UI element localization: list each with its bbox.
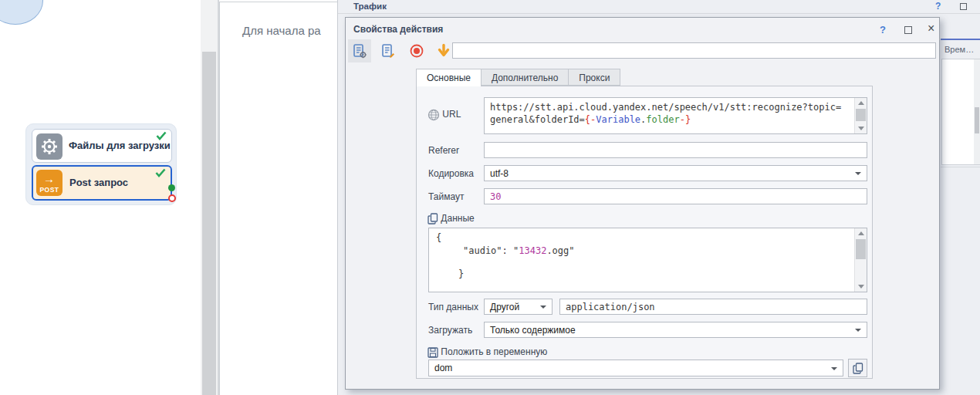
chevron-down-icon: [855, 172, 861, 175]
load-label: Загружать: [428, 325, 472, 336]
traffic-divider: [941, 167, 980, 167]
record-icon: [409, 43, 424, 59]
app-screen: Файлы для загрузки → POST Post запрос Дл…: [0, 0, 980, 395]
maximize-icon[interactable]: [904, 26, 912, 34]
tab-panel-main: URL https://stt.api.cloud.yandex.net/spe…: [416, 86, 873, 379]
putvar-combo[interactable]: dom: [428, 360, 843, 376]
output-port-success[interactable]: [168, 184, 175, 191]
referer-input[interactable]: [484, 142, 867, 158]
maximize-icon[interactable]: [960, 3, 967, 10]
node-label: Post запрос: [69, 177, 128, 188]
node-label: Файлы для загрузки: [69, 140, 171, 151]
datatype-select[interactable]: Другой: [484, 299, 553, 315]
tab-proksi[interactable]: Прокси: [569, 69, 620, 86]
data-line1: {: [436, 232, 441, 243]
copy-pages-icon: [427, 213, 438, 225]
success-check-icon: [155, 168, 166, 177]
output-port-error[interactable]: [168, 194, 176, 202]
action-edit-button[interactable]: [377, 39, 400, 62]
traffic-column-header: Врем…: [945, 45, 974, 54]
action-name-input[interactable]: [452, 42, 936, 59]
load-select[interactable]: Только содержимое: [484, 322, 867, 338]
chevron-down-icon: [540, 306, 546, 309]
data-line4: }: [458, 268, 464, 279]
gear-icon: [36, 133, 63, 160]
canvas-vertical-scrollbar[interactable]: [201, 0, 218, 395]
dialog-title: Свойства действия: [353, 24, 443, 35]
scroll-up-icon[interactable]: [855, 98, 867, 108]
flowchart-canvas[interactable]: Файлы для загрузки → POST Post запрос: [0, 0, 201, 395]
encoding-label: Кодировка: [428, 168, 474, 179]
dialog-toolbar: [346, 38, 939, 64]
post-badge: POST: [36, 186, 63, 194]
node-group: Файлы для загрузки → POST Post запрос: [25, 123, 177, 205]
url-line1: https://stt.api.cloud.yandex.net/speech/…: [490, 102, 841, 113]
save-floppy-icon: [427, 347, 438, 358]
download-arrow-icon: [436, 43, 451, 59]
content-type-input[interactable]: application/json: [559, 299, 867, 315]
data-scrollbar[interactable]: [854, 228, 867, 292]
traffic-request-list[interactable]: [941, 59, 980, 165]
url-label: URL: [442, 109, 461, 120]
scrollbar-thumb[interactable]: [856, 239, 866, 259]
tab-osnovnye[interactable]: Основные: [416, 69, 482, 86]
datatype-label: Тип данных: [428, 302, 478, 312]
action-settings-icon: [352, 43, 367, 59]
putvar-label: Положить в переменную: [441, 346, 547, 357]
scroll-down-icon[interactable]: [855, 123, 867, 133]
traffic-tab-indicator: [941, 39, 980, 40]
success-check-icon: [156, 131, 167, 140]
start-node-circle[interactable]: [0, 0, 43, 25]
traffic-list-scrollbar[interactable]: [974, 59, 980, 164]
help-icon[interactable]: ?: [935, 1, 941, 12]
help-icon[interactable]: ?: [880, 24, 886, 35]
traffic-window-title: Трафик: [353, 2, 387, 11]
record-button[interactable]: [405, 39, 428, 62]
scrollbar-thumb[interactable]: [202, 52, 216, 395]
url-scrollbar[interactable]: [854, 98, 867, 133]
action-edit-icon: [380, 43, 396, 59]
timeout-label: Таймаут: [428, 191, 464, 202]
url-label-group: URL: [427, 109, 461, 121]
scrollbar-thumb[interactable]: [975, 107, 979, 133]
data-label-group: Данные: [427, 213, 475, 225]
action-settings-button[interactable]: [348, 39, 371, 62]
url-line2: general&folderId={-Variable.folder-}: [490, 114, 691, 125]
traffic-titlebar: Трафик ?: [338, 0, 980, 14]
tab-dopolnitelno[interactable]: Дополнительно: [482, 69, 569, 86]
referer-label: Referer: [428, 145, 459, 156]
copy-pages-icon: [853, 363, 863, 374]
scroll-up-icon[interactable]: [855, 228, 867, 238]
node-files-upload[interactable]: Файлы для загрузки: [32, 129, 172, 163]
action-properties-dialog: Свойства действия ? ×: [345, 17, 940, 390]
encoding-select[interactable]: utf-8: [484, 165, 867, 181]
post-arrow-icon: → POST: [36, 170, 63, 196]
data-textarea[interactable]: { "audio": "13432.ogg" }: [428, 228, 867, 292]
getting-started-text: Для начала ра: [242, 24, 321, 37]
chevron-down-icon: [855, 329, 861, 332]
data-label: Данные: [441, 213, 474, 224]
dialog-tabs: Основные Дополнительно Прокси: [416, 69, 620, 86]
scroll-down-icon[interactable]: [855, 282, 867, 292]
putvar-label-group: Положить в переменную: [427, 346, 547, 358]
timeout-input[interactable]: 30: [484, 188, 867, 204]
chevron-down-icon: [831, 367, 837, 370]
data-line2: "audio": "13432.ogg": [463, 245, 575, 256]
node-post-request[interactable]: → POST Post запрос: [32, 165, 172, 201]
scrollbar-thumb[interactable]: [856, 109, 866, 121]
copy-variable-button[interactable]: [848, 359, 867, 377]
url-textarea[interactable]: https://stt.api.cloud.yandex.net/speech/…: [484, 97, 867, 134]
getting-started-panel: Для начала ра: [219, 2, 337, 395]
close-icon[interactable]: ×: [928, 22, 934, 35]
globe-icon: [427, 109, 440, 121]
